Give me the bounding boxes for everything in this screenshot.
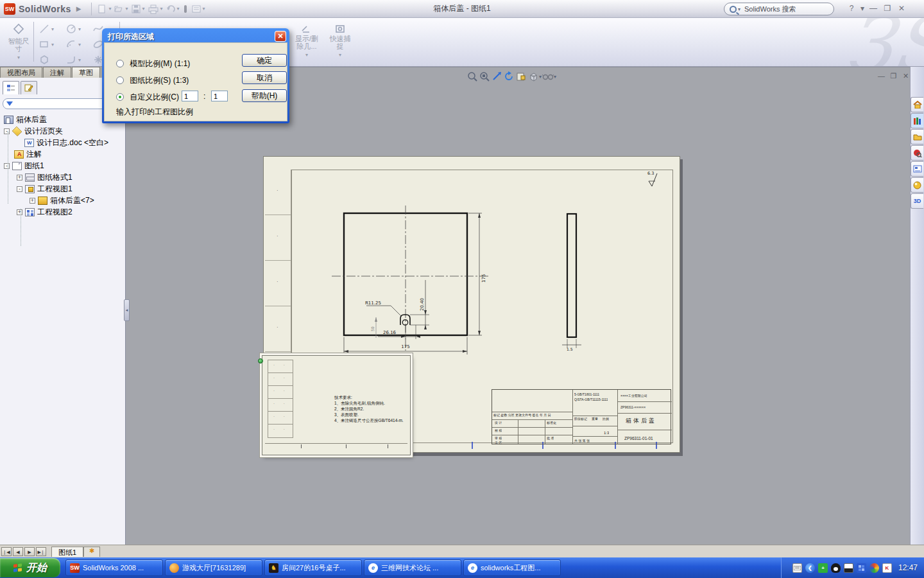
last-sheet-button[interactable]: ▶❘	[36, 547, 46, 556]
expander[interactable]: -	[17, 186, 22, 192]
smart-dimension-button[interactable]: 智能尺 寸 ▾	[4, 23, 33, 62]
radio-custom-scale[interactable]	[116, 93, 124, 101]
smart-dimension-dropdown-icon[interactable]: ▾	[17, 55, 20, 60]
zoom-area-button[interactable]	[478, 71, 490, 82]
display-relations-dropdown-icon[interactable]: ▾	[305, 52, 308, 58]
expander[interactable]: -	[4, 128, 10, 134]
quick-snaps-button[interactable]: 快速捕 捉 ▾	[325, 24, 355, 59]
tree-item-design-journal[interactable]: 设计日志.doc <空白>	[0, 137, 125, 148]
print-area-dialog[interactable]: 打印所选区域 ✕ 模型比例(M) (1:1) 图纸比例(S) (1:3) 自定义…	[102, 28, 289, 123]
radio-model-scale[interactable]	[116, 60, 124, 67]
help-button[interactable]: 帮助(H)	[242, 89, 287, 102]
restore-button[interactable]: ❐	[880, 3, 894, 15]
doc-minimize-button[interactable]: —	[875, 71, 887, 82]
kaspersky-tray-icon[interactable]: K	[882, 563, 892, 573]
task-game-hall[interactable]: 游戏大厅[71631289]	[165, 559, 262, 576]
add-sheet-tab[interactable]: ✱	[83, 547, 100, 557]
task-solidworks[interactable]: SW SolidWorks 2008 ...	[65, 559, 163, 576]
tree-item-drawing-view1[interactable]: - 工程视图1	[0, 183, 125, 195]
select-tool-button[interactable]	[181, 2, 190, 16]
search-box[interactable]: ▾ SolidWorks 搜索	[724, 3, 834, 15]
messenger-tray-icon[interactable]	[857, 563, 866, 573]
selection-handle[interactable]	[258, 358, 263, 363]
expander[interactable]: +	[17, 209, 22, 215]
dim-thickness[interactable]: 1.5	[567, 347, 573, 351]
quick-snaps-dropdown-icon[interactable]: ▾	[339, 52, 341, 58]
next-sheet-button[interactable]: ▶	[24, 547, 35, 556]
feature-tree-tab[interactable]	[3, 81, 19, 94]
help-dropdown-icon[interactable]: ▾	[859, 3, 866, 15]
hide-show-dropdown-icon[interactable]: ▾	[554, 74, 556, 80]
expander[interactable]: +	[17, 175, 22, 180]
rotate-view-button[interactable]	[502, 71, 515, 82]
view-palette-tab[interactable]	[911, 161, 923, 177]
prev-sheet-button[interactable]: ◀	[13, 547, 23, 556]
dim-small[interactable]: 50	[370, 326, 375, 331]
qq-tray-icon[interactable]	[831, 563, 841, 573]
open-document-button[interactable]: ▾	[112, 2, 129, 16]
property-manager-tab[interactable]	[21, 81, 37, 94]
3d-content-central-tab[interactable]: 3D	[911, 193, 923, 209]
circle-tool-button[interactable]: ▾	[64, 22, 82, 36]
expander[interactable]: -	[4, 163, 10, 169]
new-document-button[interactable]: ▾	[96, 2, 112, 16]
pinwheel-tray-icon[interactable]	[869, 563, 879, 573]
tree-item-drawing-view2[interactable]: + 工程视图2	[0, 206, 125, 218]
close-button[interactable]: ✕	[894, 3, 909, 15]
line-tool-button[interactable]: ▾	[37, 22, 55, 36]
tree-item-sheet1[interactable]: - 图纸1	[0, 160, 125, 171]
cancel-button[interactable]: 取消	[242, 71, 287, 84]
undo-button[interactable]: ▾	[164, 2, 181, 16]
appearances-tab[interactable]	[911, 177, 923, 193]
panel-splitter-handle[interactable]: ◂	[124, 299, 130, 321]
arc-tool-button[interactable]: ▾	[64, 37, 82, 51]
zoom-fit-button[interactable]	[466, 71, 478, 82]
help-button[interactable]: ?	[844, 3, 859, 15]
tab-sketch[interactable]: 草图	[72, 67, 100, 78]
save-button[interactable]: ▾	[130, 2, 146, 16]
tree-item-part[interactable]: + 箱体后盖<7>	[0, 195, 125, 206]
dim-radius[interactable]: R11.25	[365, 301, 381, 306]
rectangle-tool-button[interactable]: ▾	[37, 37, 55, 51]
ok-button[interactable]: 确定	[242, 54, 287, 67]
dim-width[interactable]: 175	[397, 344, 415, 349]
resources-home-tab[interactable]	[911, 97, 923, 112]
options-button[interactable]: ▾	[190, 2, 207, 16]
dim-horizontal[interactable]: 26.16	[383, 330, 396, 335]
file-explorer-tab[interactable]	[911, 129, 923, 144]
app-tray-icon[interactable]	[844, 563, 853, 573]
sheet-tab[interactable]: 图纸1	[51, 547, 83, 557]
graphics-area[interactable]: ▾ ▾ — ❐ ✕	[126, 67, 910, 545]
option-sheet-scale[interactable]: 图纸比例(S) (1:3)	[116, 75, 189, 86]
menu-flyout-arrow-icon[interactable]: ▶	[76, 5, 81, 12]
hide-show-items-button[interactable]	[542, 71, 554, 82]
fillet-tool-button[interactable]: ▾	[64, 53, 82, 67]
scale-denominator-input[interactable]	[211, 91, 228, 101]
first-sheet-button[interactable]: ❘◀	[1, 547, 12, 556]
polygon-tool-button[interactable]	[37, 53, 51, 67]
scale-numerator-input[interactable]	[182, 91, 198, 101]
minimize-button[interactable]: —	[866, 3, 880, 15]
tree-item-sheet-format[interactable]: + 图纸格式1	[0, 171, 125, 183]
radio-sheet-scale[interactable]	[116, 76, 124, 84]
hide-icons-chevron[interactable]: ❮	[805, 563, 815, 573]
dim-height[interactable]: 175	[481, 274, 486, 283]
design-library-tab[interactable]	[911, 113, 923, 128]
display-style-button[interactable]	[527, 71, 539, 82]
task-forum[interactable]: e 三维网技术论坛 ...	[364, 559, 461, 576]
print-button[interactable]: ▾	[146, 2, 164, 16]
task-sw-drawing-page[interactable]: e solidworks工程图...	[463, 559, 561, 576]
option-custom-scale[interactable]: 自定义比例(C)	[116, 92, 179, 103]
print-selection-region[interactable]: 技术要求: 1、去除尖角毛刺,锐角倒钝. 2、未注圆角R2. 3、表面喷塑. 4…	[262, 355, 411, 455]
surface-finish-value[interactable]: 6.3	[647, 171, 654, 176]
option-model-scale[interactable]: 模型比例(M) (1:1)	[116, 58, 190, 69]
expander[interactable]: +	[30, 198, 35, 204]
tree-item-annotations[interactable]: 注解	[0, 148, 125, 160]
dim-vertical[interactable]: 20.40	[420, 298, 425, 311]
tree-item-design-binder[interactable]: - 设计活页夹	[0, 125, 125, 137]
tab-view-layout[interactable]: 视图布局	[0, 67, 42, 78]
pan-button[interactable]	[490, 71, 502, 82]
start-button[interactable]: 开始	[0, 558, 60, 577]
3d-drawing-view-button[interactable]	[515, 71, 527, 82]
antivirus-tray-icon[interactable]: +	[818, 563, 828, 573]
